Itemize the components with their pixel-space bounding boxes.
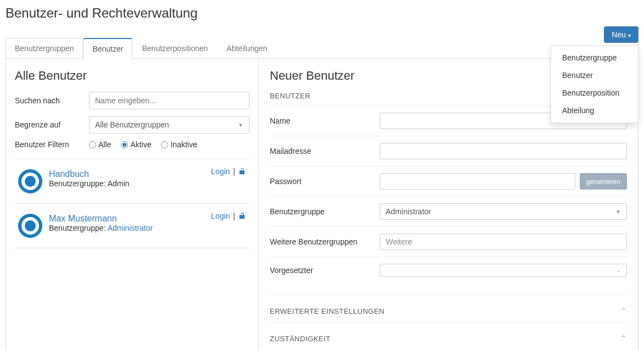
- unlock-icon[interactable]: [238, 168, 246, 175]
- user-name-link[interactable]: Handbuch: [49, 169, 129, 179]
- user-name-link[interactable]: Max Mustermann: [49, 214, 153, 224]
- supervisor-select[interactable]: ⌄: [380, 264, 627, 277]
- search-label: Suchen nach: [15, 96, 89, 105]
- page-title: Benutzer- und Rechteverwaltung: [5, 5, 639, 21]
- separator: |: [233, 212, 235, 220]
- dropdown-item-benutzerposition[interactable]: Benutzerposition: [551, 84, 638, 102]
- avatar: [18, 214, 42, 238]
- field-label-mail: Mailadresse: [270, 147, 380, 155]
- user-group: Benutzergruppe: Admin: [49, 179, 129, 188]
- limit-label: Begrenze auf: [15, 120, 89, 129]
- group-link[interactable]: Administrator: [108, 224, 153, 232]
- left-title: Alle Benutzer: [15, 69, 249, 83]
- group-select[interactable]: Administrator ▼: [380, 203, 627, 220]
- tab-abteilungen[interactable]: Abteilungen: [217, 38, 276, 59]
- new-button[interactable]: Neu▾: [604, 26, 639, 43]
- login-link[interactable]: Login: [211, 167, 230, 176]
- user-list: Handbuch Benutzergruppe: Admin Login | M…: [15, 159, 249, 248]
- section-header-extended: ERWEITERTE EINSTELLUNGEN: [270, 307, 385, 315]
- separator: |: [233, 167, 235, 176]
- dropdown-item-benutzer[interactable]: Benutzer: [551, 66, 638, 84]
- more-groups-value: Weitere: [386, 237, 412, 246]
- radio-icon: [89, 141, 96, 148]
- limit-select[interactable]: Alle Benutzergruppen ▼: [89, 116, 249, 134]
- tab-benutzergruppen[interactable]: Benutzergruppen: [5, 38, 83, 59]
- caret-down-icon: ▼: [615, 209, 621, 215]
- chevron-down-icon: ⌄: [617, 268, 621, 273]
- field-label-group: Benutzergruppe: [270, 207, 380, 216]
- dropdown-item-abteilung[interactable]: Abteilung: [551, 102, 638, 119]
- radio-icon: [121, 141, 128, 148]
- radio-icon: [161, 141, 168, 148]
- filter-radio-group: Alle Aktive Inaktive: [89, 140, 197, 149]
- user-group: Benutzergruppe: Administrator: [49, 224, 153, 232]
- filter-label: Benutzer Filtern: [15, 140, 89, 149]
- new-dropdown: Benutzergruppe Benutzer Benutzerposition…: [551, 45, 639, 123]
- tabs: Benutzergruppen Benutzer Benutzerpositio…: [5, 37, 639, 59]
- field-label-password: Passwort: [270, 177, 380, 186]
- more-groups-select[interactable]: Weitere: [380, 234, 627, 250]
- tab-benutzer[interactable]: Benutzer: [83, 38, 132, 59]
- radio-aktive[interactable]: Aktive: [121, 140, 151, 149]
- section-responsibility[interactable]: ZUSTÄNDIGKEIT ⌃: [270, 322, 627, 349]
- avatar: [18, 169, 42, 193]
- field-label-name: Name: [270, 116, 380, 125]
- unlock-icon[interactable]: [238, 212, 246, 220]
- radio-inaktive[interactable]: Inaktive: [161, 140, 197, 149]
- search-input[interactable]: [89, 92, 249, 109]
- user-row: Handbuch Benutzergruppe: Admin Login |: [15, 159, 249, 203]
- generate-button[interactable]: generieren: [580, 173, 627, 190]
- chevron-down-icon: ▾: [628, 32, 631, 38]
- login-link[interactable]: Login: [211, 212, 230, 220]
- limit-select-value: Alle Benutzergruppen: [95, 120, 169, 129]
- section-extended[interactable]: ERWEITERTE EINSTELLUNGEN ⌃: [270, 295, 627, 322]
- caret-down-icon: ▼: [238, 122, 243, 128]
- field-label-supervisor: Vorgesetzter: [270, 266, 380, 275]
- dropdown-item-benutzergruppe[interactable]: Benutzergruppe: [551, 49, 638, 66]
- radio-alle[interactable]: Alle: [89, 140, 111, 149]
- tab-benutzerpositionen[interactable]: Benutzerpositionen: [132, 38, 217, 59]
- password-input[interactable]: [380, 173, 575, 190]
- chevron-up-icon: ⌃: [620, 306, 628, 316]
- new-button-label: Neu: [612, 30, 626, 39]
- left-pane: Alle Benutzer Suchen nach Begrenze auf A…: [6, 59, 259, 350]
- chevron-up-icon: ⌃: [620, 334, 628, 344]
- section-header-responsibility: ZUSTÄNDIGKEIT: [270, 335, 331, 343]
- mail-input[interactable]: [380, 143, 627, 159]
- field-label-more-groups: Weitere Benutzergruppen: [270, 237, 380, 246]
- group-select-value: Administrator: [386, 207, 431, 216]
- user-row: Max Mustermann Benutzergruppe: Administr…: [15, 203, 249, 248]
